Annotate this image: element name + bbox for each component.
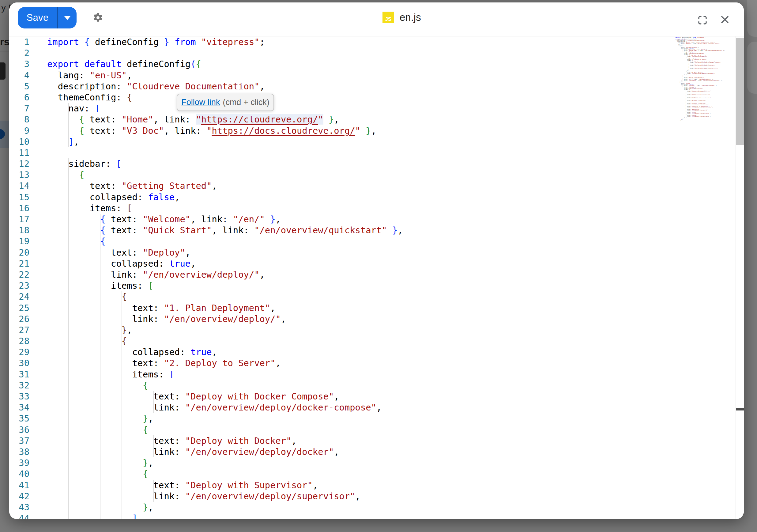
line-number[interactable]: 27 bbox=[9, 324, 29, 336]
code-line[interactable]: 34 link: "/en/overview/deploy/docker-com… bbox=[9, 402, 744, 413]
line-number[interactable]: 17 bbox=[9, 214, 29, 225]
code-line[interactable]: 43 }, bbox=[9, 502, 744, 513]
code-line[interactable]: 20 text: "Deploy", bbox=[9, 247, 744, 258]
code-line[interactable]: 19 { bbox=[9, 236, 744, 247]
line-number[interactable]: 37 bbox=[9, 435, 29, 446]
save-button[interactable]: Save bbox=[18, 7, 57, 28]
code-line[interactable]: 22 link: "/en/overview/deploy/", bbox=[9, 269, 744, 280]
line-number[interactable]: 23 bbox=[9, 280, 29, 291]
code-line[interactable]: 12 sidebar: [ bbox=[9, 158, 744, 169]
line-number[interactable]: 2 bbox=[9, 47, 29, 58]
scrollbar-track[interactable] bbox=[736, 37, 744, 519]
code-line[interactable]: 10 ], bbox=[9, 136, 744, 147]
code-line[interactable]: 11 bbox=[9, 147, 744, 158]
code-line[interactable]: 4 lang: "en-US", bbox=[9, 70, 744, 81]
code-line[interactable]: 27 }, bbox=[9, 324, 744, 336]
code-editor[interactable]: 1import { defineConfig } from "vitepress… bbox=[9, 37, 744, 519]
code-line[interactable]: 24 { bbox=[9, 291, 744, 302]
code-line[interactable]: 8 { text: "Home", link: "https://cloudre… bbox=[9, 114, 744, 125]
code-line[interactable]: 3export default defineConfig({ bbox=[9, 58, 744, 70]
line-number[interactable]: 40 bbox=[9, 468, 29, 479]
code-line[interactable]: 29 collapsed: true, bbox=[9, 346, 744, 358]
code-line[interactable]: 6 themeConfig: { bbox=[9, 92, 744, 103]
line-number[interactable]: 7 bbox=[9, 103, 29, 114]
line-number[interactable]: 43 bbox=[9, 502, 29, 513]
line-number[interactable]: 15 bbox=[9, 192, 29, 203]
code-line[interactable]: 2 bbox=[9, 47, 744, 58]
line-number[interactable]: 34 bbox=[9, 402, 29, 413]
code-line[interactable]: 28 { bbox=[9, 336, 744, 346]
save-dropdown-button[interactable] bbox=[58, 7, 76, 28]
line-number[interactable]: 19 bbox=[9, 236, 29, 247]
line-number[interactable]: 5 bbox=[9, 81, 29, 92]
code-line[interactable]: 15 collapsed: false, bbox=[9, 192, 744, 203]
line-number[interactable]: 35 bbox=[9, 413, 29, 424]
line-number[interactable]: 24 bbox=[9, 291, 29, 302]
code-line[interactable]: 17 { text: "Welcome", link: "/en/" }, bbox=[9, 214, 744, 225]
code-line[interactable]: 18 { text: "Quick Start", link: "/en/ove… bbox=[9, 225, 744, 236]
line-number[interactable]: 9 bbox=[9, 125, 29, 136]
line-number[interactable]: 12 bbox=[9, 158, 29, 169]
line-number[interactable]: 28 bbox=[9, 336, 29, 346]
scrollbar-thumb[interactable] bbox=[736, 38, 744, 145]
line-number[interactable]: 16 bbox=[9, 203, 29, 214]
line-number[interactable]: 13 bbox=[9, 169, 29, 180]
code-line[interactable]: 35 }, bbox=[9, 413, 744, 424]
code-line[interactable]: 25 text: "1. Plan Deployment", bbox=[9, 303, 744, 313]
code-line[interactable]: 9 { text: "V3 Doc", link: "https://docs.… bbox=[9, 125, 744, 136]
code-lines[interactable]: 1import { defineConfig } from "vitepress… bbox=[9, 37, 744, 519]
line-number[interactable]: 36 bbox=[9, 424, 29, 435]
line-number[interactable]: 22 bbox=[9, 269, 29, 280]
line-number[interactable]: 1 bbox=[9, 37, 29, 47]
code-line[interactable]: 32 { bbox=[9, 380, 744, 391]
line-number[interactable]: 3 bbox=[9, 58, 29, 70]
code-line[interactable]: 23 items: [ bbox=[9, 280, 744, 291]
code-line[interactable]: 13 { bbox=[9, 169, 744, 180]
code-line[interactable]: 33 text: "Deploy with Docker Compose", bbox=[9, 391, 744, 402]
close-button[interactable] bbox=[720, 15, 730, 25]
code-line[interactable]: 36 { bbox=[9, 424, 744, 435]
line-number[interactable]: 30 bbox=[9, 358, 29, 369]
settings-button[interactable] bbox=[93, 13, 103, 23]
code-line[interactable]: 40 { bbox=[9, 468, 744, 479]
code-line[interactable]: 1import { defineConfig } from "vitepress… bbox=[9, 37, 744, 47]
code-line[interactable]: 31 items: [ bbox=[9, 369, 744, 380]
code-line[interactable]: 16 items: [ bbox=[9, 203, 744, 214]
line-number[interactable]: 6 bbox=[9, 92, 29, 103]
code-line[interactable]: 5 description: "Cloudreve Documentation"… bbox=[9, 81, 744, 92]
fullscreen-button[interactable] bbox=[697, 15, 708, 27]
line-number[interactable]: 25 bbox=[9, 303, 29, 313]
follow-link-action[interactable]: Follow link bbox=[181, 98, 220, 107]
line-number[interactable]: 32 bbox=[9, 380, 29, 391]
line-number[interactable]: 26 bbox=[9, 313, 29, 324]
line-number[interactable]: 11 bbox=[9, 147, 29, 158]
line-number[interactable]: 18 bbox=[9, 225, 29, 236]
line-number[interactable]: 21 bbox=[9, 258, 29, 269]
code-link[interactable]: https://cloudreve.org/ bbox=[201, 114, 318, 125]
line-number[interactable]: 8 bbox=[9, 114, 29, 125]
code-line[interactable]: 44 ], bbox=[9, 513, 744, 519]
line-number[interactable]: 42 bbox=[9, 491, 29, 502]
line-number[interactable]: 39 bbox=[9, 457, 29, 468]
code-line[interactable]: 39 }, bbox=[9, 457, 744, 468]
code-line[interactable]: 14 text: "Getting Started", bbox=[9, 180, 744, 191]
line-number[interactable]: 10 bbox=[9, 136, 29, 147]
line-number[interactable]: 31 bbox=[9, 369, 29, 380]
line-number[interactable]: 41 bbox=[9, 480, 29, 491]
code-line[interactable]: 38 link: "/en/overview/deploy/docker", bbox=[9, 446, 744, 457]
code-line[interactable]: 26 link: "/en/overview/deploy/", bbox=[9, 313, 744, 324]
code-line[interactable]: 21 collapsed: true, bbox=[9, 258, 744, 269]
line-number[interactable]: 29 bbox=[9, 346, 29, 358]
line-number[interactable]: 4 bbox=[9, 70, 29, 81]
code-link[interactable]: https://docs.cloudreve.org/ bbox=[212, 126, 355, 136]
line-number[interactable]: 38 bbox=[9, 446, 29, 457]
line-number[interactable]: 20 bbox=[9, 247, 29, 258]
code-line[interactable]: 37 text: "Deploy with Docker", bbox=[9, 435, 744, 446]
line-number[interactable]: 14 bbox=[9, 180, 29, 191]
code-line[interactable]: 41 text: "Deploy with Supervisor", bbox=[9, 480, 744, 491]
code-line[interactable]: 7 nav: [ bbox=[9, 103, 744, 114]
line-number[interactable]: 33 bbox=[9, 391, 29, 402]
code-line[interactable]: 30 text: "2. Deploy to Server", bbox=[9, 358, 744, 369]
save-split-button[interactable]: Save bbox=[18, 7, 76, 28]
minimap[interactable]: import { defineConfig } from "vitepress"… bbox=[675, 37, 735, 196]
